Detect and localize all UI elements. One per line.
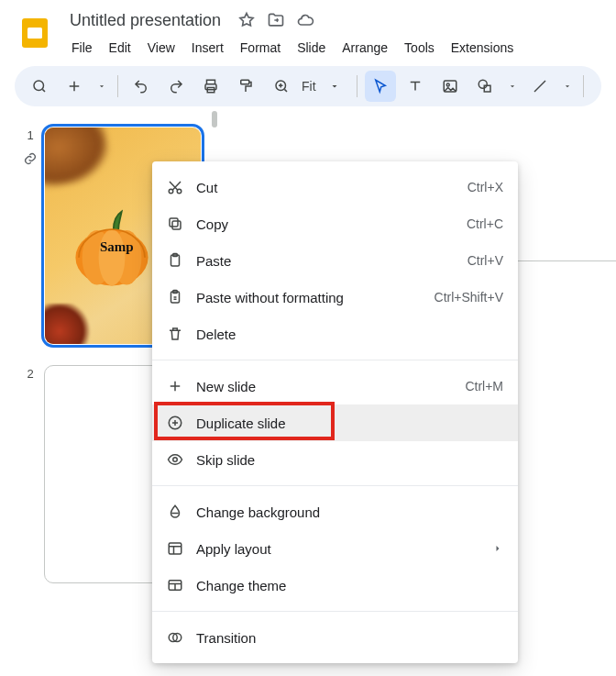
zoom-button[interactable] (269, 71, 294, 102)
shape-caret[interactable] (504, 71, 521, 102)
menu-edit[interactable]: Edit (102, 37, 138, 59)
new-slide-caret[interactable] (94, 71, 110, 102)
svg-point-8 (446, 83, 449, 86)
shape-button[interactable] (469, 71, 500, 102)
cm-shortcut: Ctrl+X (468, 180, 503, 194)
cm-delete[interactable]: Delete (152, 316, 518, 352)
paste-icon (167, 252, 191, 269)
cm-transition[interactable]: Transition (152, 619, 518, 656)
menu-format[interactable]: Format (233, 37, 288, 59)
plus-icon (167, 378, 191, 394)
link-icon (23, 151, 38, 166)
cm-label: Apply layout (196, 541, 492, 557)
slide-number: 2 (27, 367, 33, 381)
theme-icon (167, 577, 191, 593)
svg-rect-25 (169, 543, 182, 554)
cm-label: Change background (196, 504, 503, 520)
line-button[interactable] (524, 71, 556, 102)
cm-change-background[interactable]: Change background (152, 493, 518, 530)
svg-rect-17 (172, 221, 181, 229)
doc-title[interactable]: Untitled presentation (64, 9, 226, 32)
cm-shortcut: Ctrl+C (467, 216, 503, 231)
svg-point-14 (99, 229, 126, 285)
cut-icon (167, 179, 191, 195)
cm-shortcut: Ctrl+V (468, 253, 503, 268)
undo-button[interactable] (126, 71, 157, 102)
cm-skip-slide[interactable]: Skip slide (152, 441, 518, 478)
paint-format-button[interactable] (230, 71, 261, 102)
copy-icon (167, 216, 191, 232)
slide-context-menu: Cut Ctrl+X Copy Ctrl+C Paste Ctrl+V Past… (152, 161, 518, 663)
svg-rect-5 (241, 80, 249, 84)
redo-button[interactable] (160, 71, 192, 102)
layout-icon (167, 540, 191, 557)
duplicate-icon (167, 415, 191, 431)
svg-point-24 (173, 458, 178, 462)
cm-label: New slide (196, 379, 465, 394)
paste-plain-icon (167, 289, 191, 305)
slides-logo[interactable] (15, 13, 55, 53)
menu-extensions[interactable]: Extensions (444, 37, 521, 59)
textbox-button[interactable] (400, 71, 431, 102)
cm-label: Skip slide (196, 452, 503, 468)
menu-view[interactable]: View (140, 37, 182, 59)
svg-point-2 (34, 81, 44, 91)
cm-paste-without-formatting[interactable]: Paste without formatting Ctrl+Shift+V (152, 279, 518, 316)
insert-image-button[interactable] (434, 71, 466, 102)
svg-point-16 (177, 189, 182, 194)
cm-label: Change theme (196, 578, 503, 593)
svg-rect-1 (28, 28, 42, 39)
cm-shortcut: Ctrl+Shift+V (434, 290, 503, 305)
search-menus-button[interactable] (24, 71, 55, 102)
sample-text: Samp (100, 239, 134, 255)
cm-label: Cut (196, 180, 468, 195)
line-caret[interactable] (559, 71, 576, 102)
transition-icon (167, 629, 191, 646)
svg-rect-10 (484, 85, 490, 92)
menu-arrange[interactable]: Arrange (335, 37, 395, 59)
cm-duplicate-slide[interactable]: Duplicate slide (152, 404, 518, 441)
delete-icon (167, 326, 191, 342)
cm-paste[interactable]: Paste Ctrl+V (152, 242, 518, 279)
cm-shortcut: Ctrl+M (465, 379, 503, 393)
star-icon[interactable] (237, 11, 256, 29)
cloud-status-icon[interactable] (296, 11, 314, 29)
print-button[interactable] (195, 71, 226, 102)
zoom-caret[interactable] (324, 81, 346, 92)
cm-copy[interactable]: Copy Ctrl+C (152, 205, 518, 242)
cm-label: Paste without formatting (196, 290, 434, 305)
cm-label: Transition (196, 630, 503, 646)
toolbar: Fit (15, 66, 601, 106)
zoom-label[interactable]: Fit (296, 79, 322, 94)
cm-label: Delete (196, 327, 503, 342)
menubar: File Edit View Insert Format Slide Arran… (64, 37, 601, 59)
cm-label: Paste (196, 253, 468, 269)
slide-number: 1 (27, 128, 33, 142)
svg-point-9 (478, 80, 487, 88)
select-tool-button[interactable] (365, 71, 396, 102)
eye-icon (167, 451, 191, 468)
cm-label: Copy (196, 216, 467, 232)
droplet-icon (167, 504, 191, 520)
cm-change-theme[interactable]: Change theme (152, 567, 518, 604)
move-folder-icon[interactable] (267, 11, 285, 29)
cm-apply-layout[interactable]: Apply layout (152, 530, 518, 567)
menu-slide[interactable]: Slide (290, 37, 333, 59)
new-slide-button[interactable] (59, 71, 90, 102)
menu-file[interactable]: File (64, 37, 100, 59)
svg-point-15 (169, 189, 173, 194)
cm-label: Duplicate slide (196, 416, 503, 431)
menu-insert[interactable]: Insert (184, 37, 231, 59)
cm-new-slide[interactable]: New slide Ctrl+M (152, 368, 518, 404)
cm-cut[interactable]: Cut Ctrl+X (152, 169, 518, 205)
svg-rect-18 (170, 218, 178, 227)
submenu-caret-icon (492, 543, 503, 554)
menu-tools[interactable]: Tools (397, 37, 442, 59)
